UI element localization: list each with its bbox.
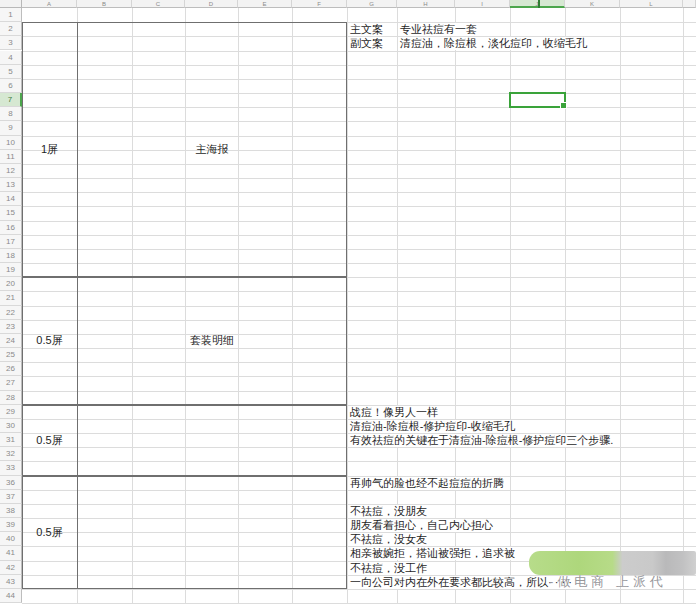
- select-all-corner[interactable]: [0, 0, 22, 8]
- cell-H2[interactable]: 专业祛痘有一套: [398, 23, 477, 36]
- column-header-A[interactable]: A: [22, 0, 77, 8]
- row-header-7[interactable]: 7: [0, 93, 22, 107]
- row-header-19[interactable]: 19: [0, 263, 22, 277]
- cell-H3[interactable]: 清痘油，除痘根，淡化痘印，收缩毛孔: [398, 37, 587, 50]
- column-header-C[interactable]: C: [132, 0, 185, 8]
- row-header-4[interactable]: 4: [0, 51, 22, 65]
- row-header-40[interactable]: 40: [0, 532, 22, 546]
- cell-G29[interactable]: 战痘！像男人一样: [348, 406, 438, 419]
- cell-G42[interactable]: 不祛痘，没工作: [348, 562, 427, 575]
- row-header-11[interactable]: 11: [0, 150, 22, 164]
- cell-G39[interactable]: 朋友看着担心，自己内心担心: [348, 519, 493, 532]
- row-header-44[interactable]: 44: [0, 589, 22, 603]
- fill-handle[interactable]: [560, 102, 567, 109]
- column-header-G[interactable]: G: [347, 0, 397, 8]
- row-header-39[interactable]: 39: [0, 518, 22, 532]
- row-header-29[interactable]: 29: [0, 405, 22, 419]
- row-header-25[interactable]: 25: [0, 348, 22, 362]
- row-header-23[interactable]: 23: [0, 320, 22, 334]
- row-header-18[interactable]: 18: [0, 249, 22, 263]
- merged-cell-title[interactable]: 主海报: [77, 22, 347, 277]
- gridline-horizontal: [22, 603, 696, 604]
- cell-G36[interactable]: 再帅气的脸也经不起痘痘的折腾: [348, 477, 504, 490]
- cell-G30[interactable]: 清痘油-除痘根-修护痘印-收缩毛孔: [348, 420, 515, 433]
- merged-cell-screen-label[interactable]: 0.5屏: [22, 476, 77, 589]
- row-header-12[interactable]: 12: [0, 164, 22, 178]
- row-header-36[interactable]: 36: [0, 476, 22, 490]
- column-header-B[interactable]: B: [77, 0, 132, 8]
- row-header-2[interactable]: 2: [0, 22, 22, 36]
- row-header-32[interactable]: 32: [0, 447, 22, 461]
- column-header-M[interactable]: [683, 0, 696, 8]
- cell-G43[interactable]: 一向公司对内在外在要求都比较高，所以· · · ·: [348, 576, 572, 589]
- row-header-26[interactable]: 26: [0, 362, 22, 376]
- row-header-43[interactable]: 43: [0, 575, 22, 589]
- row-header-31[interactable]: 31: [0, 433, 22, 447]
- merged-cell-title[interactable]: [77, 476, 347, 589]
- selected-cell-J7[interactable]: [509, 92, 566, 108]
- watermark-text: -做电商 上派代: [549, 574, 667, 590]
- row-header-6[interactable]: 6: [0, 79, 22, 93]
- row-header-3[interactable]: 3: [0, 36, 22, 50]
- row-header-38[interactable]: 38: [0, 504, 22, 518]
- cell-G41[interactable]: 相亲被婉拒，搭讪被强拒，追求被: [348, 547, 515, 560]
- watermark-highlight-blob: [529, 551, 696, 575]
- row-header-17[interactable]: 17: [0, 235, 22, 249]
- column-header-I[interactable]: I: [455, 0, 510, 8]
- column-header-L[interactable]: L: [620, 0, 683, 8]
- merged-cell-screen-label[interactable]: 0.5屏: [22, 405, 77, 476]
- cell-G38[interactable]: 不祛痘，没朋友: [348, 505, 427, 518]
- row-header-30[interactable]: 30: [0, 419, 22, 433]
- row-header-16[interactable]: 16: [0, 221, 22, 235]
- row-header-15[interactable]: 15: [0, 206, 22, 220]
- row-header-1[interactable]: 1: [0, 8, 22, 22]
- row-header-10[interactable]: 10: [0, 136, 22, 150]
- row-header-21[interactable]: 21: [0, 291, 22, 305]
- merged-cell-title[interactable]: 套装明细: [77, 277, 347, 405]
- spreadsheet-window: ABCDEFGHIJKL1234567891011121314151617181…: [0, 0, 696, 615]
- column-header-E[interactable]: E: [238, 0, 292, 8]
- row-header-41[interactable]: 41: [0, 546, 22, 560]
- merged-cell-title[interactable]: [77, 405, 347, 476]
- row-header-14[interactable]: 14: [0, 192, 22, 206]
- column-boundary-tick: [538, 0, 540, 8]
- row-header-13[interactable]: 13: [0, 178, 22, 192]
- cell-G3[interactable]: 副文案: [348, 37, 383, 50]
- cell-G40[interactable]: 不祛痘，没女友: [348, 533, 427, 546]
- column-header-K[interactable]: K: [565, 0, 620, 8]
- row-header-24[interactable]: 24: [0, 334, 22, 348]
- row-header-42[interactable]: 42: [0, 561, 22, 575]
- cell-G2[interactable]: 主文案: [348, 23, 383, 36]
- row-header-33[interactable]: 33: [0, 461, 22, 475]
- row-header-22[interactable]: 22: [0, 306, 22, 320]
- row-header-8[interactable]: 8: [0, 107, 22, 121]
- merged-cell-screen-label[interactable]: 1屏: [22, 22, 77, 277]
- cell-G31[interactable]: 有效祛痘的关键在于清痘油-除痘根-修护痘印三个步骤.: [348, 434, 613, 447]
- row-header-37[interactable]: 37: [0, 490, 22, 504]
- column-header-H[interactable]: H: [397, 0, 455, 8]
- row-header-9[interactable]: 9: [0, 121, 22, 135]
- row-header-5[interactable]: 5: [0, 65, 22, 79]
- row-header-27[interactable]: 27: [0, 376, 22, 390]
- column-header-F[interactable]: F: [292, 0, 347, 8]
- row-header-28[interactable]: 28: [0, 391, 22, 405]
- merged-cell-screen-label[interactable]: 0.5屏: [22, 277, 77, 405]
- column-header-D[interactable]: D: [185, 0, 238, 8]
- row-header-20[interactable]: 20: [0, 277, 22, 291]
